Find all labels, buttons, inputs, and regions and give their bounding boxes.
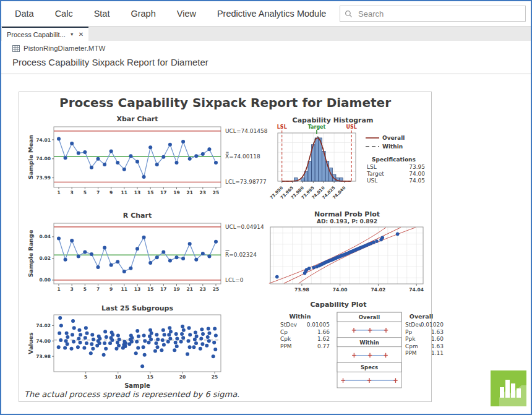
svg-text:R=0.02324: R=0.02324 bbox=[225, 252, 257, 258]
svg-text:Target: Target bbox=[366, 171, 384, 177]
worksheet-grid-icon bbox=[12, 45, 20, 52]
svg-text:1: 1 bbox=[57, 286, 60, 292]
svg-text:21: 21 bbox=[186, 286, 192, 292]
menu-item-data[interactable]: Data bbox=[15, 9, 34, 19]
menu-bar: DataCalcStatGraphViewPredictive Analytic… bbox=[1, 1, 531, 27]
report-title: Process Capability Sixpack Report for Di… bbox=[19, 95, 431, 110]
svg-text:74.00: 74.00 bbox=[36, 338, 51, 344]
svg-text:74.02: 74.02 bbox=[36, 323, 51, 328]
divider bbox=[1, 74, 531, 74]
svg-text:StDev: StDev bbox=[405, 322, 423, 328]
tab-bar: Process Capabilit... ▼ ✕ bbox=[1, 27, 531, 41]
svg-text:Overall: Overall bbox=[359, 314, 380, 320]
svg-text:Overall: Overall bbox=[382, 135, 405, 141]
search-box[interactable] bbox=[340, 6, 526, 22]
svg-text:Overall: Overall bbox=[410, 313, 433, 320]
svg-text:73.98: 73.98 bbox=[294, 287, 309, 293]
svg-text:9: 9 bbox=[109, 190, 113, 195]
last-25-subgroups-chart: Last 25 Subgroups73.9874.0074.0251015202… bbox=[24, 302, 272, 396]
svg-text:Within: Within bbox=[359, 340, 379, 346]
svg-text:AD: 0.193, P: 0.892: AD: 0.193, P: 0.892 bbox=[317, 218, 377, 225]
svg-text:5: 5 bbox=[84, 374, 87, 380]
tab-process-capability[interactable]: Process Capabilit... ▼ ✕ bbox=[2, 27, 88, 41]
svg-text:73.98: 73.98 bbox=[36, 354, 51, 359]
svg-text:11: 11 bbox=[121, 190, 127, 195]
svg-text:Ppk: Ppk bbox=[405, 336, 416, 342]
svg-text:3: 3 bbox=[71, 190, 74, 195]
svg-text:74.01: 74.01 bbox=[36, 137, 51, 143]
svg-text:3: 3 bbox=[71, 286, 74, 292]
menu-item-calc[interactable]: Calc bbox=[55, 9, 73, 19]
svg-text:74.04: 74.04 bbox=[409, 287, 424, 293]
capability-histogram: Capability HistogramLSLUSLTarget73.95073… bbox=[268, 114, 429, 207]
svg-text:11: 11 bbox=[121, 286, 127, 292]
menu-item-stat[interactable]: Stat bbox=[94, 9, 110, 19]
svg-text:=: = bbox=[226, 150, 230, 155]
svg-text:73.95: 73.95 bbox=[409, 164, 425, 170]
svg-text:LCL=73.98777: LCL=73.98777 bbox=[225, 179, 267, 185]
worksheet-name: PistonRingDiameter.MTW bbox=[24, 45, 105, 52]
svg-text:Target: Target bbox=[308, 124, 326, 130]
svg-text:LSL: LSL bbox=[367, 164, 377, 170]
chevron-down-icon[interactable]: ▼ bbox=[70, 32, 74, 36]
svg-text:13: 13 bbox=[134, 190, 140, 195]
svg-text:Last 25 Subgroups: Last 25 Subgroups bbox=[101, 304, 173, 312]
svg-text:0.01005: 0.01005 bbox=[307, 322, 330, 328]
svg-text:17: 17 bbox=[160, 286, 166, 292]
svg-text:1.63: 1.63 bbox=[431, 343, 444, 349]
svg-text:7: 7 bbox=[97, 190, 100, 195]
svg-text:74.00: 74.00 bbox=[409, 171, 425, 177]
report-canvas: Process Capability Sixpack Report for Di… bbox=[19, 92, 432, 402]
search-icon bbox=[345, 10, 353, 18]
svg-text:Sample: Sample bbox=[124, 382, 150, 389]
svg-text:15: 15 bbox=[147, 286, 153, 292]
svg-text:LCL=0: LCL=0 bbox=[225, 277, 244, 283]
svg-text:7: 7 bbox=[97, 286, 100, 292]
tab-label: Process Capabilit... bbox=[7, 31, 66, 38]
svg-text:UCL=0.04914: UCL=0.04914 bbox=[225, 224, 264, 230]
svg-text:0.77: 0.77 bbox=[317, 343, 330, 349]
menu-items: DataCalcStatGraphViewPredictive Analytic… bbox=[15, 1, 326, 26]
svg-text:74.02: 74.02 bbox=[371, 287, 386, 293]
svg-text:0.02: 0.02 bbox=[39, 255, 51, 261]
capability-plot: Capability PlotOverallWithinSpecsWithinS… bbox=[264, 300, 444, 393]
svg-text:PPM: PPM bbox=[280, 343, 292, 349]
svg-text:74.00: 74.00 bbox=[333, 287, 348, 293]
svg-text:73.99: 73.99 bbox=[36, 175, 51, 181]
svg-text:Normal Prob Plot: Normal Prob Plot bbox=[314, 210, 380, 218]
svg-text:1.62: 1.62 bbox=[317, 336, 330, 342]
svg-text:5: 5 bbox=[84, 190, 87, 195]
menu-item-predictive-analytics-module[interactable]: Predictive Analytics Module bbox=[217, 9, 327, 19]
minitab-logo-icon[interactable] bbox=[491, 370, 526, 406]
menu-item-view[interactable]: View bbox=[177, 9, 196, 19]
menu-item-graph[interactable]: Graph bbox=[131, 9, 155, 19]
svg-text:Cpk: Cpk bbox=[280, 336, 291, 342]
svg-text:Xbar Chart: Xbar Chart bbox=[116, 115, 158, 123]
svg-text:0.01020: 0.01020 bbox=[421, 322, 444, 328]
svg-text:StDev: StDev bbox=[280, 322, 298, 328]
svg-text:19: 19 bbox=[173, 190, 179, 195]
worksheet-row[interactable]: PistonRingDiameter.MTW bbox=[12, 45, 105, 52]
svg-text:Sample Mean: Sample Mean bbox=[27, 135, 34, 179]
svg-text:Within: Within bbox=[382, 143, 403, 150]
svg-text:Values: Values bbox=[27, 332, 34, 354]
svg-text:Within: Within bbox=[289, 313, 311, 320]
svg-text:0.04: 0.04 bbox=[39, 234, 51, 239]
svg-text:74.05: 74.05 bbox=[409, 178, 425, 184]
svg-text:Specifications: Specifications bbox=[372, 156, 416, 163]
svg-text:10: 10 bbox=[115, 374, 121, 380]
close-icon[interactable]: ✕ bbox=[79, 31, 84, 38]
svg-text:R Chart: R Chart bbox=[123, 212, 152, 220]
xbar-chart: Xbar Chart73.9974.0074.01135791113151719… bbox=[24, 113, 272, 205]
svg-text:UCL=74.01458: UCL=74.01458 bbox=[225, 128, 268, 134]
svg-text:15: 15 bbox=[147, 374, 153, 380]
svg-text:21: 21 bbox=[186, 190, 192, 195]
svg-text:15: 15 bbox=[147, 190, 153, 195]
svg-text:1.63: 1.63 bbox=[431, 329, 444, 335]
search-input[interactable] bbox=[357, 9, 521, 19]
svg-text:25: 25 bbox=[213, 286, 219, 292]
svg-text:23: 23 bbox=[200, 286, 206, 292]
svg-text:1.11: 1.11 bbox=[431, 350, 444, 356]
svg-text:20: 20 bbox=[179, 374, 186, 380]
svg-text:USL: USL bbox=[367, 178, 377, 184]
